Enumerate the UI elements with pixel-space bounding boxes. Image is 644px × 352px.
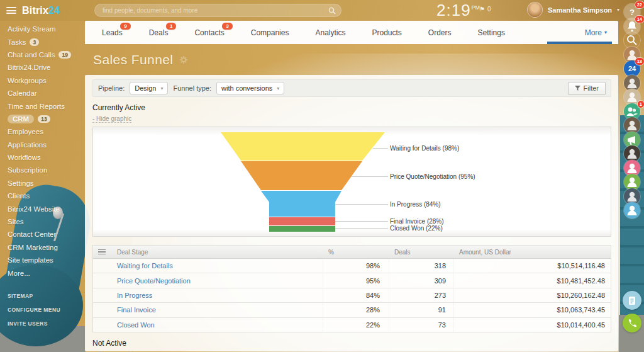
sidebar-item-subscription[interactable]: Subscription xyxy=(8,164,83,176)
section-currently-active: Currently Active xyxy=(92,103,611,112)
tab-label: Analytics xyxy=(315,28,345,37)
tab-products[interactable]: Products xyxy=(358,21,414,44)
funnel-leader-line xyxy=(335,204,388,205)
cell-amount: $10,063,743.45 xyxy=(453,303,611,317)
cell-percent: 28% xyxy=(323,303,389,317)
funnel-stage-label: In Progress (84%) xyxy=(390,201,441,208)
table-row[interactable]: Waiting for Details98%318$10,514,116.48 xyxy=(93,259,611,273)
funnel-type-label: Funnel type: xyxy=(173,84,211,92)
sidebar-item-settings[interactable]: Settings xyxy=(8,177,83,190)
tab-badge: 9 xyxy=(120,23,130,30)
sidebar-footer: SITEMAPCONFIGURE MENUINVITE USERS xyxy=(8,289,83,331)
table-row[interactable]: Final Invoice28%91$10,063,743.45 xyxy=(93,303,611,317)
sidebar-item-chat-and-calls[interactable]: Chat and Calls19 xyxy=(8,48,83,61)
svg-text:?: ? xyxy=(630,8,635,17)
funnel-leader-line xyxy=(335,228,388,229)
sidebar-item-applications[interactable]: Applications xyxy=(8,139,83,151)
sidebar-item-clients[interactable]: Clients xyxy=(8,190,83,202)
sidebar-footer-link-invite-users[interactable]: INVITE USERS xyxy=(8,317,83,331)
table-row[interactable]: Price Quote/Negotiation95%309$10,481,452… xyxy=(93,273,611,288)
funnel-leader-line xyxy=(352,176,388,177)
tab-deals[interactable]: Deals1 xyxy=(136,21,182,44)
content: Leads9Deals1Contacts3CompaniesAnalyticsP… xyxy=(85,21,618,351)
funnel-stage-label: Waiting for Details (98%) xyxy=(390,145,459,152)
sidebar-item-badge: 19 xyxy=(58,51,70,59)
sidebar-item-label: Workgroups xyxy=(8,77,47,84)
sidebar-item-calendar[interactable]: Calendar xyxy=(8,87,83,99)
sidebar-item-workgroups[interactable]: Workgroups xyxy=(8,74,83,87)
sidebar-item-label: Employees xyxy=(8,128,43,135)
tab-orders[interactable]: Orders xyxy=(415,21,465,44)
rail-badge: 18 xyxy=(635,58,644,65)
tab-label: Orders xyxy=(428,28,452,37)
sales-funnel-chart: Waiting for Details (98%)Price Quote/Neg… xyxy=(92,127,611,237)
tab-contacts[interactable]: Contacts3 xyxy=(181,21,237,44)
sidebar-item-label: Tasks xyxy=(8,38,26,46)
table-row[interactable]: Closed Won22%73$10,014,400.45 xyxy=(93,318,611,332)
funnel-stage-label: Price Quote/Negotiation (95%) xyxy=(390,173,475,180)
user-menu[interactable]: Samantha Simpson ▾ xyxy=(527,2,619,18)
sidebar-item-site-templates[interactable]: Site templates xyxy=(8,254,83,266)
tab-label: Deals xyxy=(149,28,169,37)
tab-analytics[interactable]: Analytics xyxy=(302,21,358,44)
sidebar-item-crm[interactable]: CRM13 xyxy=(8,113,83,125)
crm-tabs: Leads9Deals1Contacts3CompaniesAnalyticsP… xyxy=(85,21,518,44)
top-bar: Bitrix24 2:19PM ⚑ 0 Samantha Simpson ▾ xyxy=(0,0,644,21)
sidebar-item-label: CRM xyxy=(8,115,34,123)
tab-settings[interactable]: Settings xyxy=(465,21,518,44)
search-icon[interactable] xyxy=(328,7,336,14)
filter-button[interactable]: Filter xyxy=(568,82,606,95)
sidebar-item-label: Site templates xyxy=(8,256,53,264)
cell-percent: 22% xyxy=(323,318,389,332)
chevron-down-icon: ▾ xyxy=(160,86,163,91)
global-search[interactable] xyxy=(94,4,341,17)
pipeline-select[interactable]: Design▾ xyxy=(130,82,168,94)
deal-stage-link[interactable]: Final Invoice xyxy=(117,306,156,314)
rail-badge: 1 xyxy=(638,101,644,108)
deal-stage-link[interactable]: In Progress xyxy=(117,292,152,299)
cell-percent: 95% xyxy=(323,273,389,287)
tab-badge: 3 xyxy=(222,23,232,30)
sidebar-item-sites[interactable]: Sites xyxy=(8,215,83,228)
funnel-type-select[interactable]: with conversions▾ xyxy=(216,82,284,94)
table-header: Deal Stage % Deals Amount, US Dollar xyxy=(93,246,611,259)
sidebar-item-bitrix24-website[interactable]: Bitrix24 Website xyxy=(8,202,83,215)
table-row[interactable]: In Progress84%273$10,260,162.48 xyxy=(93,288,611,303)
table-settings-icon[interactable] xyxy=(93,249,111,255)
tab-leads[interactable]: Leads9 xyxy=(89,21,136,44)
sidebar-item-employees[interactable]: Employees xyxy=(8,125,83,138)
sidebar-item-activity-stream[interactable]: Activity Stream xyxy=(8,23,83,35)
sidebar-item-tasks[interactable]: Tasks3 xyxy=(8,35,83,48)
cell-deal-stage: In Progress xyxy=(111,292,323,299)
rail-person-icon[interactable] xyxy=(624,202,640,219)
col-percent: % xyxy=(323,249,389,256)
clock[interactable]: 2:19PM xyxy=(436,1,480,20)
active-tab-underline xyxy=(547,42,612,44)
right-rail: ?221424181 xyxy=(623,4,641,336)
bitrix24-logo[interactable]: Bitrix24 xyxy=(22,5,60,16)
hide-graphic-link[interactable]: - Hide graphic xyxy=(92,115,131,123)
sidebar-item-contact-center[interactable]: Contact Center xyxy=(8,228,83,241)
sidebar-item-workflows[interactable]: Workflows xyxy=(8,151,83,164)
tab-more[interactable]: More▾ xyxy=(585,21,607,44)
sidebar-footer-link-sitemap[interactable]: SITEMAP xyxy=(8,289,83,303)
tab-companies[interactable]: Companies xyxy=(238,21,303,44)
sidebar-item-more[interactable]: More... xyxy=(8,266,83,279)
menu-icon[interactable] xyxy=(6,7,16,14)
sidebar-item-time-and-reports[interactable]: Time and Reports xyxy=(8,99,83,112)
floating-call-button[interactable] xyxy=(623,314,641,332)
search-input[interactable] xyxy=(103,7,328,14)
plan-flag[interactable]: ⚑ 0 xyxy=(479,6,491,13)
deal-stage-link[interactable]: Waiting for Details xyxy=(117,262,173,270)
tab-label: Settings xyxy=(478,28,505,37)
deal-stage-link[interactable]: Price Quote/Negotiation xyxy=(117,277,191,285)
cell-deal-stage: Final Invoice xyxy=(111,306,323,314)
sidebar-footer-link-configure-menu[interactable]: CONFIGURE MENU xyxy=(8,303,83,317)
sidebar-item-label: Applications xyxy=(8,141,47,149)
deal-stage-link[interactable]: Closed Won xyxy=(117,321,155,329)
gear-icon[interactable] xyxy=(179,55,188,64)
floating-feedback-button[interactable] xyxy=(623,291,641,310)
sidebar-item-crm-marketing[interactable]: CRM Marketing xyxy=(8,241,83,254)
sidebar-item-label: Contact Center xyxy=(8,230,56,238)
sidebar-item-bitrix24-drive[interactable]: Bitrix24.Drive xyxy=(8,61,83,74)
